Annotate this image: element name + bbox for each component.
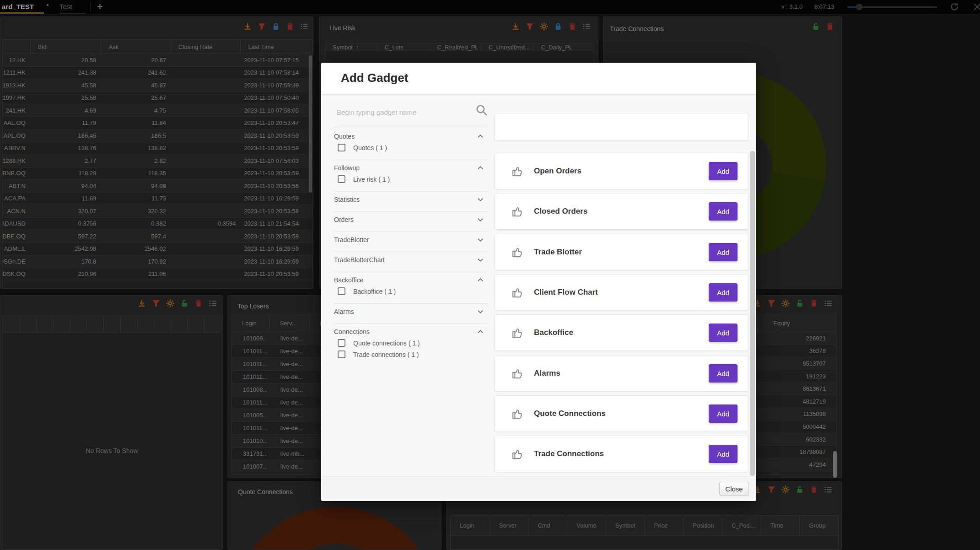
checkbox[interactable] (338, 350, 345, 358)
add-button[interactable]: Add (709, 445, 738, 463)
checkbox[interactable] (338, 287, 345, 295)
category-section-backoffice: BackofficeBackoffice ( 1 ) (334, 272, 487, 304)
checkbox[interactable] (338, 339, 345, 347)
category-item-live-risk: Live risk ( 1 ) (334, 174, 487, 184)
chevron-down-icon[interactable] (476, 216, 485, 224)
gadget-list-scrollbar-thumb[interactable] (750, 151, 755, 476)
category-item-label: Quotes ( 1 ) (353, 144, 387, 151)
category-section-statistics: Statistics (334, 192, 487, 212)
thumb-up-icon (512, 246, 524, 259)
modal-title: Add Gadget (341, 71, 408, 85)
gadget-card-partial (494, 113, 749, 141)
thumb-up-icon (512, 205, 524, 218)
gadget-card-alarms: AlarmsAdd (494, 355, 749, 392)
category-item-label: Quote connections ( 1 ) (353, 340, 420, 347)
chevron-down-icon[interactable] (476, 256, 485, 264)
category-item-label: Trade connections ( 1 ) (353, 351, 419, 358)
gadget-card-client-flow-chart: Client Flow ChartAdd (494, 274, 749, 311)
add-button[interactable]: Add (709, 162, 738, 180)
gadget-card-backoffice: BackofficeAdd (494, 314, 749, 351)
category-item-quotes: Quotes ( 1 ) (334, 142, 487, 153)
category-header-tradeblotter[interactable]: TradeBlotter (334, 235, 487, 245)
category-section-alarms: Alarms (334, 304, 487, 324)
checkbox[interactable] (338, 175, 345, 183)
category-section-tradeblotter: TradeBlotter (334, 232, 487, 252)
chevron-down-icon[interactable] (476, 195, 485, 204)
category-section-orders: Orders (334, 212, 487, 232)
category-section-quotes: QuotesQuotes ( 1 ) (334, 129, 487, 160)
thumb-up-icon (512, 165, 524, 178)
add-button[interactable]: Add (709, 202, 738, 221)
category-item-label: Live risk ( 1 ) (353, 176, 390, 183)
category-item-quote-connections: Quote connections ( 1 ) (334, 338, 487, 348)
gadget-card-quote-connections: Quote ConnectionsAdd (494, 395, 749, 432)
category-item-trade-connections: Trade connections ( 1 ) (334, 349, 487, 360)
gadget-card-closed-orders: Closed OrdersAdd (494, 193, 749, 230)
chevron-up-icon[interactable] (476, 164, 485, 172)
gadget-card-trade-connections: Trade ConnectionsAdd (494, 436, 749, 472)
thumb-up-icon (512, 448, 524, 460)
add-gadget-modal: Add Gadget QuotesQuotes ( 1 )FollowupLiv… (321, 63, 756, 501)
category-item-backoffice: Backoffice ( 1 ) (334, 286, 487, 297)
gadget-label: Client Flow Chart (534, 288, 598, 297)
category-section-tradeblotterchart: TradeBlotterChart (334, 252, 487, 272)
add-button[interactable]: Add (709, 324, 738, 342)
thumb-up-icon (512, 407, 524, 420)
category-item-label: Backoffice ( 1 ) (353, 288, 396, 295)
gadget-list: Open OrdersAddClosed OrdersAddTrade Blot… (494, 63, 755, 476)
thumb-up-icon (512, 367, 524, 380)
chevron-up-icon[interactable] (476, 132, 485, 140)
chevron-up-icon[interactable] (476, 328, 485, 336)
chevron-down-icon[interactable] (476, 236, 485, 244)
add-button[interactable]: Add (709, 364, 738, 383)
gadget-label: Backoffice (534, 328, 573, 337)
category-header-connections[interactable]: Connections (334, 327, 487, 337)
category-section-followup: FollowupLive risk ( 1 ) (334, 160, 487, 192)
category-header-statistics[interactable]: Statistics (334, 194, 487, 205)
close-button[interactable]: Close (719, 482, 749, 496)
category-header-alarms[interactable]: Alarms (334, 307, 487, 317)
category-header-quotes[interactable]: Quotes (334, 131, 487, 141)
category-header-backoffice[interactable]: Backoffice (334, 275, 487, 285)
gadget-label: Quote Connections (534, 409, 606, 418)
gadget-search-row (334, 102, 487, 127)
gadget-label: Alarms (534, 369, 560, 378)
gadget-label: Trade Connections (534, 449, 604, 458)
app-screen: ard_TEST * Test + v : 3.1.0 8:07:13 BidA… (0, 0, 980, 550)
gadget-label: Trade Blotter (534, 248, 582, 257)
add-button[interactable]: Add (709, 243, 738, 261)
gadget-label: Closed Orders (534, 207, 587, 216)
chevron-up-icon[interactable] (476, 276, 485, 284)
gadget-label: Open Orders (534, 167, 582, 176)
category-header-followup[interactable]: Followup (334, 163, 487, 173)
gadget-card-trade-blotter: Trade BlotterAdd (494, 234, 749, 270)
chevron-down-icon[interactable] (476, 307, 485, 316)
thumb-up-icon (512, 326, 524, 339)
category-header-tradeblotterchart[interactable]: TradeBlotterChart (334, 255, 487, 265)
gadget-category-list: QuotesQuotes ( 1 )FollowupLive risk ( 1 … (334, 129, 487, 367)
thumb-up-icon (512, 286, 524, 299)
add-button[interactable]: Add (709, 404, 738, 423)
search-icon (475, 104, 487, 116)
category-header-orders[interactable]: Orders (334, 215, 487, 225)
modal-footer: Close (321, 476, 756, 501)
add-button[interactable]: Add (709, 283, 738, 302)
gadget-card-open-orders: Open OrdersAdd (494, 153, 749, 189)
gadget-search-input[interactable] (336, 105, 473, 119)
category-section-connections: ConnectionsQuote connections ( 1 )Trade … (334, 324, 487, 367)
checkbox[interactable] (338, 144, 345, 151)
